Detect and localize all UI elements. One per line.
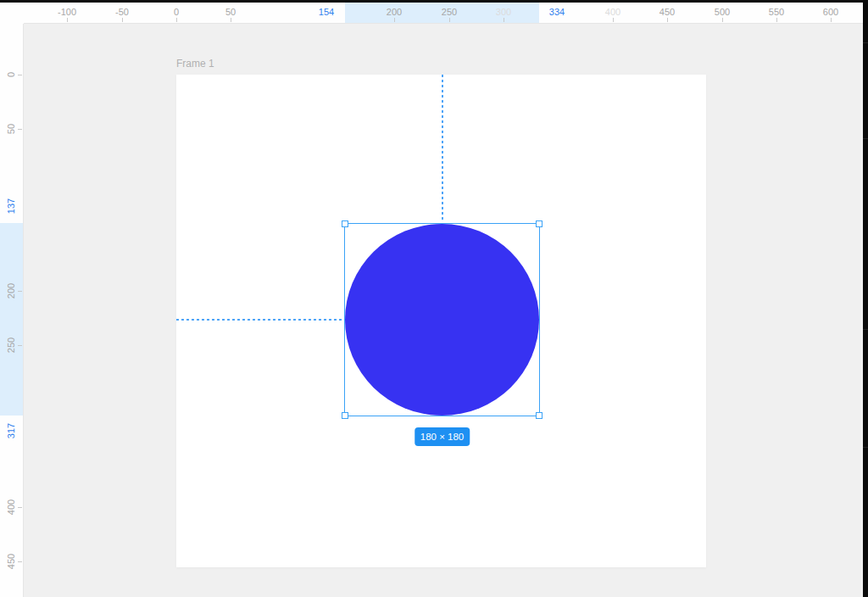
left-ruler-tick xyxy=(18,507,22,508)
top-ruler-label-450: 450 xyxy=(659,8,675,17)
left-ruler-tick xyxy=(18,291,22,292)
selection-box[interactable] xyxy=(344,223,540,416)
top-ruler-tick xyxy=(176,18,177,22)
frame-title[interactable]: Frame 1 xyxy=(176,58,214,70)
top-edge-bar xyxy=(0,0,868,3)
top-ruler-tick xyxy=(449,18,450,22)
selection-handle-top-left[interactable] xyxy=(342,220,348,227)
top-ruler-label-250: 250 xyxy=(442,8,457,17)
left-ruler-label-137: 137 xyxy=(6,198,15,214)
left-ruler-label-50: 50 xyxy=(7,124,16,134)
left-ruler[interactable]: 050137200250317400450 xyxy=(0,24,24,597)
left-ruler-tick xyxy=(18,129,22,130)
left-ruler-tick xyxy=(18,75,22,75)
top-ruler-label-200: 200 xyxy=(387,8,402,17)
top-ruler-label-50: 50 xyxy=(225,8,236,17)
left-ruler-label-250: 250 xyxy=(6,338,15,353)
ruler-corner xyxy=(0,3,24,24)
top-ruler-tick xyxy=(722,18,723,22)
left-ruler-label-0: 0 xyxy=(7,72,16,77)
top-ruler-tick xyxy=(667,18,668,22)
top-ruler-tick xyxy=(394,18,395,22)
top-ruler-label-400: 400 xyxy=(605,8,620,17)
top-ruler-tick xyxy=(831,18,832,22)
vertical-distance-guide xyxy=(442,75,443,222)
design-canvas-screen: -100-50050154200250300334400450500550600… xyxy=(0,0,868,597)
top-ruler-tick xyxy=(122,18,123,22)
top-ruler-tick xyxy=(67,18,68,22)
left-ruler-label-450: 450 xyxy=(6,554,15,569)
top-ruler-label-500: 500 xyxy=(715,8,730,17)
top-ruler-tick xyxy=(231,18,231,22)
top-ruler-tick xyxy=(776,18,777,22)
horizontal-distance-guide xyxy=(176,319,343,321)
top-ruler-tick xyxy=(504,18,504,22)
top-ruler-label-334: 334 xyxy=(549,8,565,17)
top-ruler-tick xyxy=(613,18,614,22)
right-edge-bar xyxy=(863,0,868,597)
top-ruler-label-154: 154 xyxy=(319,8,334,17)
left-ruler-label-200: 200 xyxy=(6,283,15,298)
top-ruler-label--100: -100 xyxy=(58,8,76,17)
selection-handle-bottom-left[interactable] xyxy=(342,412,348,419)
top-ruler-label-0: 0 xyxy=(174,8,179,17)
left-ruler-label-317: 317 xyxy=(6,423,15,438)
top-ruler[interactable]: -100-50050154200250300334400450500550600 xyxy=(24,3,863,24)
left-ruler-selection-band xyxy=(0,223,23,416)
top-ruler-label--50: -50 xyxy=(115,8,129,17)
top-ruler-label-550: 550 xyxy=(769,8,784,17)
left-ruler-label-400: 400 xyxy=(6,499,15,515)
selection-handle-top-right[interactable] xyxy=(536,220,542,227)
left-ruler-tick xyxy=(18,561,22,562)
top-ruler-label-600: 600 xyxy=(823,8,838,17)
selection-handle-bottom-right[interactable] xyxy=(536,412,542,419)
left-ruler-tick xyxy=(18,345,22,346)
size-badge: 180 × 180 xyxy=(415,427,470,446)
top-ruler-label-300: 300 xyxy=(496,8,511,17)
